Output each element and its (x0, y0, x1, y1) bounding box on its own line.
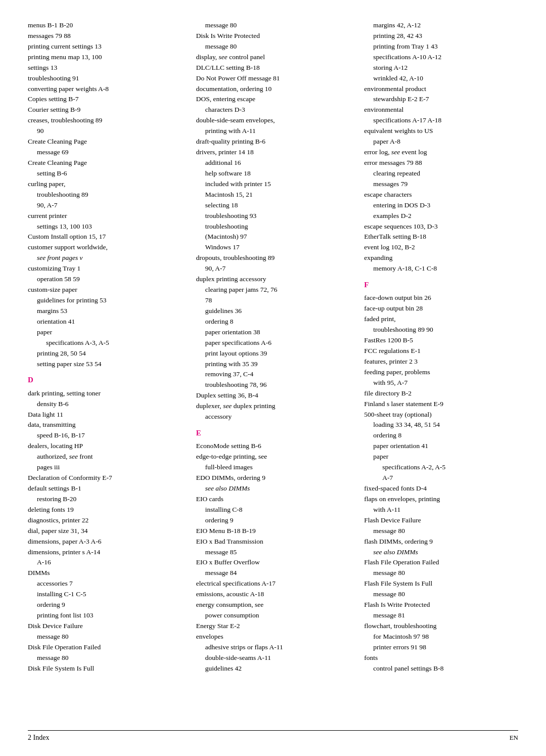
index-entry: message 69 (28, 147, 182, 158)
index-entry: dark printing, setting toner (28, 388, 182, 399)
index-entry: installing C-1 C-5 (28, 589, 182, 600)
index-entry: dimensions, paper A-3 A-6 (28, 537, 182, 547)
index-entry: specifications A-2, A-5 (364, 462, 518, 473)
section-letter-d: D (28, 374, 182, 386)
index-entry: Disk File Operation Failed (28, 642, 182, 653)
index-entry: Windows 17 (196, 242, 350, 253)
index-entry: printing font list 103 (28, 610, 182, 621)
index-entry: EIO Menu B-18 B-19 (196, 526, 350, 537)
index-entry: paper A-8 (364, 137, 518, 147)
index-entry: message 80 (196, 41, 350, 52)
index-entry: edge-to-edge printing, see (196, 452, 350, 462)
index-entry: setting paper size 53 54 (28, 359, 182, 370)
index-entry: power consumption (196, 610, 350, 621)
index-entry: drivers, printer 14 18 (196, 147, 350, 158)
content-columns: menus B-1 B-20messages 79 88printing cur… (28, 20, 518, 674)
index-entry: characters D-3 (196, 105, 350, 115)
index-entry: printing from Tray 1 43 (364, 41, 518, 52)
index-entry: flash DIMMs, ordering 9 (364, 537, 518, 547)
index-entry: Flash File System Is Full (364, 579, 518, 589)
footer-left: 2 Index (28, 734, 49, 742)
index-entry: see front pages v (28, 253, 182, 263)
index-entry: fonts (364, 653, 518, 663)
index-entry: EconoMode setting B-6 (196, 441, 350, 452)
index-entry: guidelines 36 (196, 306, 350, 317)
index-entry: EtherTalk setting B-18 (364, 232, 518, 242)
index-entry: ordering 9 (196, 515, 350, 526)
index-entry: memory A-18, C-1 C-8 (364, 263, 518, 274)
index-entry: for Macintosh 97 98 (364, 632, 518, 642)
index-entry: printing with 35 39 (196, 359, 350, 370)
index-entry: paper orientation 38 (196, 327, 350, 338)
index-entry: loading 33 34, 48, 51 54 (364, 420, 518, 430)
index-entry: EDO DIMMs, ordering 9 (196, 473, 350, 483)
index-entry: Disk File System Is Full (28, 663, 182, 674)
index-entry: menus B-1 B-20 (28, 20, 182, 31)
index-entry: Copies setting B-7 (28, 94, 182, 105)
index-entry: event log 102, B-2 (364, 242, 518, 253)
index-entry: Data light 11 (28, 410, 182, 420)
index-entry: DIMMs (28, 568, 182, 579)
index-entry: printing 28, 42 43 (364, 31, 518, 41)
index-entry: Energy Star E-2 (196, 621, 350, 632)
index-entry: electrical specifications A-17 (196, 579, 350, 589)
index-entry: double-side-seam envelopes, (196, 115, 350, 126)
index-entry: Custom Install option 15, 17 (28, 232, 182, 242)
index-entry: specifications A-3, A-5 (28, 338, 182, 348)
index-entry: settings 13 (28, 63, 182, 73)
index-entry: guidelines for printing 53 (28, 295, 182, 306)
index-entry: ordering 9 (28, 600, 182, 610)
index-entry: flowchart, troubleshooting (364, 621, 518, 632)
index-entry: duplex printing accessory (196, 274, 350, 285)
index-entry: customizing Tray 1 (28, 263, 182, 274)
index-entry: orientation 41 (28, 317, 182, 327)
index-entry: expanding (364, 253, 518, 263)
index-entry: equivalent weights to US (364, 126, 518, 137)
index-entry: wrinkled 42, A-10 (364, 73, 518, 84)
index-entry: curling paper, (28, 179, 182, 190)
index-entry: A-7 (364, 473, 518, 483)
index-entry: margins 42, A-12 (364, 20, 518, 31)
index-entry: 500-sheet tray (optional) (364, 410, 518, 420)
index-entry: message 80 (364, 589, 518, 600)
index-entry: message 80 (28, 632, 182, 642)
index-entry: help software 18 (196, 168, 350, 179)
index-entry: print layout options 39 (196, 348, 350, 359)
index-entry: Duplex setting 36, B-4 (196, 390, 350, 401)
index-entry: FastRes 1200 B-5 (364, 335, 518, 346)
index-entry: see also DIMMs (364, 547, 518, 558)
index-entry: EIO x Buffer Overflow (196, 557, 350, 568)
index-entry: speed B-16, B-17 (28, 430, 182, 441)
index-entry: flaps on envelopes, printing (364, 494, 518, 505)
index-entry: margins 53 (28, 306, 182, 317)
index-entry: accessory (196, 412, 350, 422)
index-entry: restoring B-20 (28, 494, 182, 505)
index-entry: troubleshooting 78, 96 (196, 380, 350, 390)
index-entry: escape characters (364, 190, 518, 200)
page: menus B-1 B-20messages 79 88printing cur… (0, 0, 546, 756)
index-entry: dropouts, troubleshooting 89 (196, 253, 350, 263)
index-entry: operation 58 59 (28, 274, 182, 285)
index-entry: converting paper weights A-8 (28, 84, 182, 95)
index-entry: message 80 (364, 568, 518, 579)
index-entry: face-down output bin 26 (364, 293, 518, 303)
index-entry: face-up output bin 28 (364, 303, 518, 314)
index-entry: printing with A-11 (196, 126, 350, 137)
index-entry: energy consumption, see (196, 600, 350, 610)
section-letter-e: E (196, 427, 350, 439)
index-entry: Disk Device Failure (28, 621, 182, 632)
index-entry: settings 13, 100 103 (28, 221, 182, 232)
index-entry: 78 (196, 295, 350, 306)
index-entry: Courier setting B-9 (28, 105, 182, 115)
index-entry: ordering 8 (364, 430, 518, 441)
index-entry: EIO x Bad Transmission (196, 537, 350, 547)
index-entry: dealers, locating HP (28, 441, 182, 452)
index-entry: custom-size paper (28, 285, 182, 295)
index-entry: troubleshooting 89 (28, 190, 182, 200)
index-entry: messages 79 (364, 179, 518, 190)
index-entry: message 80 (28, 653, 182, 663)
index-entry: DOS, entering escape (196, 94, 350, 105)
index-entry: ordering 8 (196, 317, 350, 327)
index-entry: troubleshooting 89 90 (364, 325, 518, 335)
index-entry: specifications A-10 A-12 (364, 52, 518, 63)
